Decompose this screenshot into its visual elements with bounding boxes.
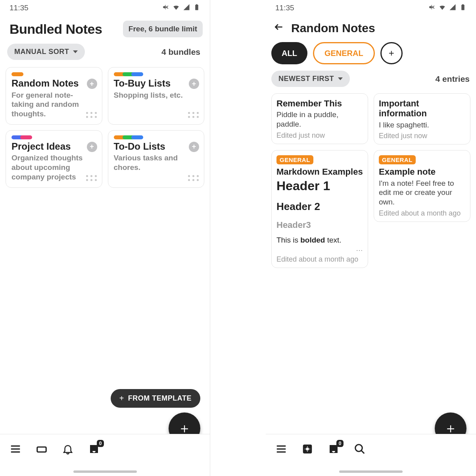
drag-handle[interactable]	[188, 175, 199, 181]
inbox-icon[interactable]: 0	[328, 443, 340, 455]
bundle-card[interactable]: To-Do Lists Various tasks and chores. +	[108, 130, 205, 188]
bundle-card[interactable]: To-Buy Lists Shopping lists, etc. +	[108, 67, 205, 125]
md-h1: Header 1	[276, 179, 363, 193]
add-filter-button[interactable]: +	[380, 42, 403, 64]
drag-handle[interactable]	[188, 112, 199, 118]
svg-rect-7	[463, 4, 464, 5]
inbox-badge: 0	[336, 440, 344, 447]
inbox-icon[interactable]: 0	[88, 443, 100, 455]
svg-rect-0	[195, 5, 198, 10]
entry-time: Edited about a month ago	[276, 255, 363, 264]
mute-icon	[428, 4, 436, 13]
battery-icon	[459, 4, 466, 13]
md-h2: Header 2	[276, 200, 363, 213]
color-pills	[114, 72, 199, 76]
chevron-down-icon	[338, 77, 343, 80]
page-title: Bundled Notes	[10, 21, 102, 37]
quick-add-button[interactable]: +	[87, 79, 97, 89]
back-button[interactable]	[274, 22, 284, 35]
svg-rect-1	[196, 4, 198, 5]
page-title: Random Notes	[291, 21, 375, 35]
drag-handle[interactable]	[86, 175, 97, 181]
svg-rect-6	[461, 5, 464, 10]
entry-title: Example note	[379, 167, 465, 177]
entry-title: Markdown Examples	[276, 167, 363, 177]
tag-badge: GENERAL	[379, 155, 416, 164]
entry-title: Important information	[379, 98, 465, 119]
bundle-title: To-Do Lists	[114, 141, 199, 152]
search-icon[interactable]	[354, 443, 366, 455]
wifi-icon	[439, 4, 446, 13]
home-indicator	[339, 470, 403, 473]
entry-card[interactable]: GENERALMarkdown ExamplesHeader 1Header 2…	[271, 150, 368, 268]
wifi-icon	[173, 4, 180, 13]
quick-add-button[interactable]: +	[189, 142, 199, 152]
bell-icon[interactable]	[62, 443, 74, 455]
svg-point-14	[355, 445, 363, 452]
bundle-title: Random Notes	[12, 78, 96, 89]
sort-label: NEWEST FIRST	[278, 75, 334, 83]
color-pills	[12, 135, 96, 139]
entry-card[interactable]: Important informationI like spaghetti.Ed…	[374, 93, 470, 145]
sort-dropdown[interactable]: NEWEST FIRST	[271, 71, 350, 87]
status-time: 11:35	[10, 4, 29, 12]
bundle-desc: For general note-taking and random thoug…	[12, 91, 96, 119]
menu-icon[interactable]	[10, 443, 21, 455]
mute-icon	[162, 4, 169, 13]
plus-icon: +	[119, 394, 124, 403]
md-h3: Header3	[276, 220, 363, 230]
svg-line-15	[361, 451, 365, 454]
filter-general[interactable]: GENERAL	[313, 42, 375, 64]
color-pills	[114, 135, 199, 139]
bundle-desc: Organized thoughts about upcoming compan…	[12, 153, 96, 181]
menu-icon[interactable]	[275, 443, 287, 455]
settings-icon[interactable]	[301, 443, 313, 455]
ellipsis-icon: …	[276, 245, 363, 253]
card-icon[interactable]	[36, 443, 48, 455]
entry-body: I'm a note! Feel free to edit me or crea…	[379, 179, 465, 207]
battery-icon	[193, 4, 200, 13]
bundle-title: Project Ideas	[12, 141, 96, 152]
home-indicator	[73, 470, 137, 473]
entry-time: Edited just now	[379, 132, 465, 140]
entry-time: Edited about a month ago	[379, 209, 465, 218]
sort-label: MANUAL SORT	[14, 48, 69, 56]
signal-icon	[183, 4, 190, 13]
chevron-down-icon	[73, 50, 78, 53]
tag-badge: GENERAL	[276, 155, 313, 164]
signal-icon	[449, 4, 456, 13]
quick-add-button[interactable]: +	[189, 79, 199, 89]
status-bar: 11:35	[266, 0, 476, 16]
color-pills	[12, 72, 96, 76]
from-template-button[interactable]: + FROM TEMPLATE	[111, 389, 200, 408]
status-time: 11:35	[275, 4, 294, 12]
bottom-nav: 0	[266, 434, 476, 476]
entry-card[interactable]: Remember ThisPiddle in a puddle, paddle.…	[271, 93, 368, 144]
bundle-card[interactable]: Project Ideas Organized thoughts about u…	[6, 130, 102, 188]
sort-dropdown[interactable]: MANUAL SORT	[7, 44, 85, 60]
drag-handle[interactable]	[86, 112, 97, 118]
entry-card[interactable]: GENERALExample noteI'm a note! Feel free…	[374, 150, 470, 222]
entry-body: I like spaghetti.	[379, 120, 465, 130]
bundles-count: 4 bundles	[161, 47, 200, 57]
status-icons	[162, 4, 200, 13]
entry-title: Remember This	[276, 98, 363, 108]
from-template-label: FROM TEMPLATE	[128, 394, 192, 403]
bundle-card[interactable]: Random Notes For general note-taking and…	[6, 67, 102, 125]
bundle-title: To-Buy Lists	[114, 78, 199, 89]
free-tier-chip[interactable]: Free, 6 bundle limit	[123, 21, 203, 37]
quick-add-button[interactable]: +	[87, 142, 97, 152]
bundle-desc: Shopping lists, etc.	[114, 91, 199, 100]
entries-count: 4 entries	[436, 74, 470, 84]
svg-rect-5	[37, 447, 46, 452]
md-text: This is bolded text.	[276, 236, 363, 245]
bundle-desc: Various tasks and chores.	[114, 153, 199, 172]
bottom-nav: 0	[0, 434, 210, 476]
svg-point-13	[306, 447, 309, 451]
status-icons	[428, 4, 466, 13]
filter-all[interactable]: ALL	[271, 42, 307, 64]
status-bar: 11:35	[0, 0, 210, 16]
inbox-badge: 0	[97, 440, 104, 447]
entry-body: Piddle in a puddle, paddle.	[276, 110, 363, 129]
entry-time: Edited just now	[276, 131, 363, 140]
